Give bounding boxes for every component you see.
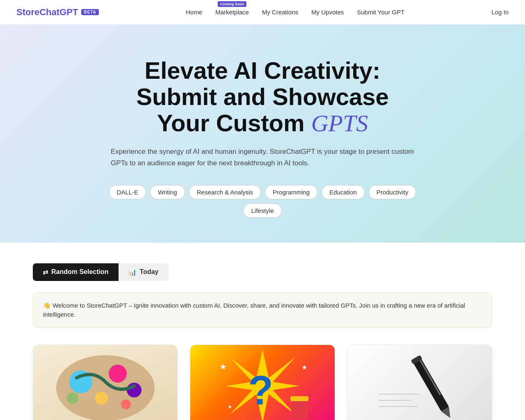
random-icon: ⇄ bbox=[43, 268, 48, 276]
svg-point-6 bbox=[121, 399, 131, 409]
svg-point-5 bbox=[67, 393, 78, 404]
card-logo-maker: Logo Maker ↑ Makes you a professional hi… bbox=[33, 345, 178, 420]
nav-marketplace[interactable]: Marketplace bbox=[215, 9, 249, 16]
gpts-italic: GPTS bbox=[311, 110, 368, 137]
main-content: ⇄ Random Selection 📊 Today 👋 Welcome to … bbox=[0, 243, 525, 420]
today-icon: 📊 bbox=[128, 268, 137, 276]
tag-programming[interactable]: Programming bbox=[265, 185, 317, 199]
card-write-for-me-image bbox=[348, 345, 492, 420]
card-what-watch: ? ★ ★ ★ What Should I Watch? ↑ Find movi… bbox=[190, 345, 335, 420]
svg-text:?: ? bbox=[248, 367, 273, 413]
nav-my-upvotes[interactable]: My Upvotes bbox=[311, 9, 344, 16]
svg-rect-9 bbox=[291, 398, 308, 419]
nav-my-creations[interactable]: My Creations bbox=[262, 9, 298, 16]
toggle-row: ⇄ Random Selection 📊 Today bbox=[33, 263, 492, 281]
hero-headline: Elevate AI Creativity: Submit and Showca… bbox=[103, 57, 422, 136]
tag-dalle[interactable]: DALL-E bbox=[109, 185, 146, 199]
nav-marketplace-wrapper: Coming Soon Marketplace bbox=[215, 9, 249, 16]
category-tags: DALL-EWritingResearch & AnalysisProgramm… bbox=[103, 185, 422, 218]
nav-submit[interactable]: Submit Your GPT bbox=[357, 9, 404, 16]
svg-rect-14 bbox=[413, 357, 449, 411]
random-label: Random Selection bbox=[51, 268, 109, 276]
card-write-for-me: Write For Me ↑ Write tailored, engaging … bbox=[347, 345, 492, 420]
svg-point-4 bbox=[95, 392, 108, 405]
tag-writing[interactable]: Writing bbox=[150, 185, 185, 199]
login-link[interactable]: Log In bbox=[491, 9, 509, 16]
svg-rect-10 bbox=[290, 396, 308, 401]
card-logo-maker-image bbox=[33, 345, 177, 420]
coming-soon-badge: Coming Soon bbox=[218, 1, 247, 7]
navbar: StoreChatGPT BETA Home Coming Soon Marke… bbox=[0, 0, 525, 25]
today-label: Today bbox=[140, 268, 159, 276]
logo-link[interactable]: StoreChatGPT BETA bbox=[16, 7, 99, 18]
tag-lifestyle[interactable]: Lifestyle bbox=[243, 203, 281, 218]
logo-text: StoreChatGPT bbox=[16, 7, 78, 18]
tag-education[interactable]: Education bbox=[322, 185, 365, 199]
welcome-text: Welcome to StoreChatGPT – Ignite innovat… bbox=[43, 302, 465, 318]
hero-section: Elevate AI Creativity: Submit and Showca… bbox=[0, 25, 525, 242]
hero-description: Experience the synergy of AI and human i… bbox=[111, 146, 414, 168]
nav-home[interactable]: Home bbox=[186, 9, 202, 16]
tag-productivity[interactable]: Productivity bbox=[369, 185, 416, 199]
welcome-emoji: 👋 bbox=[43, 302, 52, 309]
nav-right: Log In bbox=[491, 9, 509, 16]
today-button[interactable]: 📊 Today bbox=[119, 263, 169, 281]
welcome-banner: 👋 Welcome to StoreChatGPT – Ignite innov… bbox=[33, 292, 492, 328]
tag-research[interactable]: Research & Analysis bbox=[189, 185, 261, 199]
card-grid: Logo Maker ↑ Makes you a professional hi… bbox=[33, 345, 492, 420]
card-what-watch-image: ? ★ ★ ★ bbox=[190, 345, 334, 420]
svg-point-2 bbox=[109, 365, 127, 383]
svg-text:★: ★ bbox=[219, 362, 227, 371]
beta-badge: BETA bbox=[81, 9, 98, 15]
nav-links: Home Coming Soon Marketplace My Creation… bbox=[186, 9, 404, 16]
random-selection-button[interactable]: ⇄ Random Selection bbox=[33, 263, 119, 281]
svg-text:★: ★ bbox=[301, 364, 307, 371]
svg-text:★: ★ bbox=[228, 404, 232, 410]
